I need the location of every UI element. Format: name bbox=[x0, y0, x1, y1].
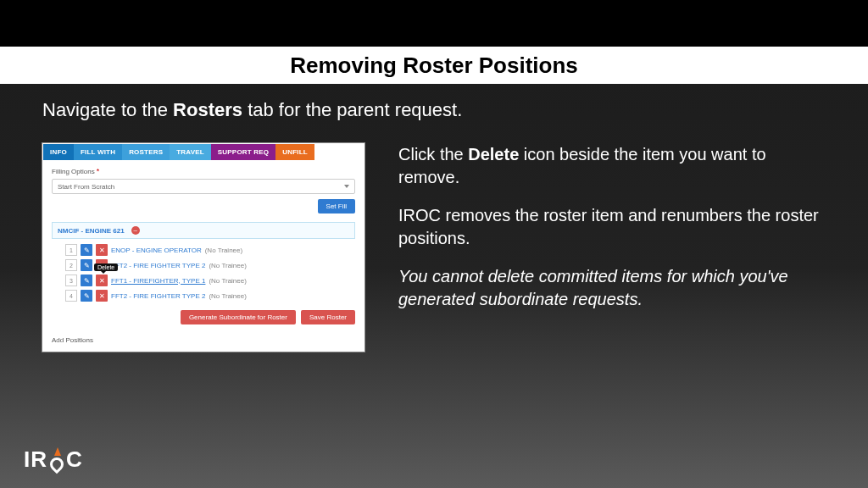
roster-row: Delete 3 ✎ ✕ FFT1 - FIREFIGHTER, TYPE 1 … bbox=[65, 274, 355, 286]
row-number: 3 bbox=[65, 274, 77, 286]
tab-support-req[interactable]: SUPPORT REQ bbox=[211, 144, 275, 160]
tab-travel[interactable]: TRAVEL bbox=[170, 144, 211, 160]
filling-options-text: Filling Options bbox=[52, 168, 95, 175]
page-title-bar: Removing Roster Positions bbox=[0, 47, 868, 84]
explain-p2: IROC removes the roster item and renumbe… bbox=[398, 204, 826, 250]
logo-text-left: IR bbox=[24, 446, 47, 473]
trainee-suffix: (No Trainee) bbox=[205, 247, 242, 254]
row-number: 4 bbox=[65, 290, 77, 302]
position-link[interactable]: FFT2 - FIRE FIGHTER TYPE 2 bbox=[111, 292, 205, 300]
app-screenshot: INFO FILL WITH ROSTERS TRAVEL SUPPORT RE… bbox=[42, 143, 364, 352]
delete-icon[interactable]: ✕ bbox=[96, 274, 108, 286]
content-area: Navigate to the Rosters tab for the pare… bbox=[0, 84, 868, 352]
tab-info[interactable]: INFO bbox=[43, 144, 74, 160]
required-star-icon: * bbox=[97, 167, 100, 175]
p1-pre: Click the bbox=[398, 145, 468, 164]
trainee-suffix: (No Trainee) bbox=[209, 277, 246, 285]
set-fill-button[interactable]: Set Fill bbox=[318, 199, 355, 214]
chevron-down-icon bbox=[344, 185, 349, 188]
row-number: 1 bbox=[65, 244, 77, 256]
page-title: Removing Roster Positions bbox=[290, 53, 578, 79]
roster-row: 1 ✎ ✕ ENOP - ENGINE OPERATOR (No Trainee… bbox=[65, 244, 355, 256]
flame-icon bbox=[48, 449, 65, 471]
add-positions-label: Add Positions bbox=[43, 333, 364, 351]
delete-icon[interactable]: ✕ bbox=[96, 244, 108, 256]
roster-row: 4 ✎ ✕ FFT2 - FIRE FIGHTER TYPE 2 (No Tra… bbox=[65, 290, 355, 302]
explain-p3: You cannot delete committed items for wh… bbox=[398, 265, 826, 311]
generate-subordinate-button[interactable]: Generate Subordinate for Roster bbox=[181, 310, 296, 324]
explain-p1: Click the Delete icon beside the item yo… bbox=[398, 143, 826, 189]
trainee-suffix: (No Trainee) bbox=[209, 262, 246, 269]
lead-bold: Rosters bbox=[173, 99, 242, 120]
save-roster-button[interactable]: Save Roster bbox=[301, 310, 355, 324]
delete-icon[interactable]: ✕ bbox=[96, 290, 108, 302]
logo-text-right: C bbox=[66, 446, 83, 473]
explanation-text: Click the Delete icon beside the item yo… bbox=[398, 143, 826, 326]
edit-icon[interactable]: ✎ bbox=[81, 274, 92, 286]
select-value: Start From Scratch bbox=[58, 183, 114, 191]
tab-strip: INFO FILL WITH ROSTERS TRAVEL SUPPORT RE… bbox=[43, 144, 364, 160]
p1-bold: Delete bbox=[468, 145, 519, 164]
position-link[interactable]: FFT1 - FIREFIGHTER, TYPE 1 bbox=[111, 277, 205, 285]
edit-icon[interactable]: ✎ bbox=[81, 259, 92, 271]
iroc-logo: IR C bbox=[24, 446, 83, 473]
tab-unfill[interactable]: UNFILL bbox=[275, 144, 314, 160]
edit-icon[interactable]: ✎ bbox=[81, 290, 92, 302]
lead-post: tab for the parent request. bbox=[242, 99, 462, 120]
roster-section-title: NMCIF - ENGINE 621 bbox=[58, 227, 125, 235]
lead-paragraph: Navigate to the Rosters tab for the pare… bbox=[42, 99, 826, 121]
lead-pre: Navigate to the bbox=[42, 99, 173, 120]
filling-options-label: Filling Options * bbox=[52, 167, 355, 175]
edit-icon[interactable]: ✎ bbox=[81, 244, 92, 256]
tab-rosters[interactable]: ROSTERS bbox=[122, 144, 170, 160]
roster-list: 1 ✎ ✕ ENOP - ENGINE OPERATOR (No Trainee… bbox=[52, 244, 355, 302]
delete-tooltip: Delete bbox=[94, 263, 118, 271]
filling-options-select[interactable]: Start From Scratch bbox=[52, 179, 355, 194]
roster-section-header[interactable]: NMCIF - ENGINE 621 – bbox=[52, 222, 355, 239]
tab-fill-with[interactable]: FILL WITH bbox=[74, 144, 122, 160]
row-number: 2 bbox=[65, 259, 77, 271]
position-link[interactable]: ENOP - ENGINE OPERATOR bbox=[111, 247, 202, 254]
position-link[interactable]: FFT2 - FIRE FIGHTER TYPE 2 bbox=[111, 262, 205, 269]
trainee-suffix: (No Trainee) bbox=[209, 292, 246, 300]
top-black-bar bbox=[0, 0, 868, 47]
collapse-icon[interactable]: – bbox=[131, 226, 140, 235]
